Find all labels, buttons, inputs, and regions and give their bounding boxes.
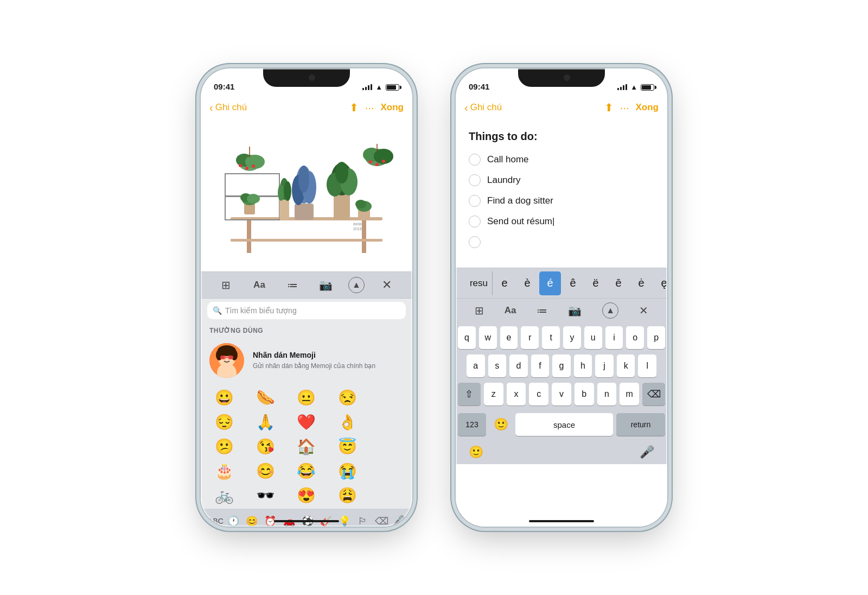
char-e-uml[interactable]: ë <box>585 271 607 295</box>
kb-mic-icon[interactable]: 🎤 <box>640 445 654 459</box>
emoji-7[interactable]: 🙏 <box>246 411 285 433</box>
phone1-more-icon[interactable]: ··· <box>365 102 374 114</box>
char-e-ogon[interactable]: ę <box>653 271 667 295</box>
key-f[interactable]: f <box>531 355 550 377</box>
phone1-list-icon[interactable]: ≔ <box>282 274 303 296</box>
phone1-cat-transport[interactable]: 🚗 <box>280 512 298 527</box>
key-r[interactable]: r <box>521 326 539 349</box>
key-k[interactable]: k <box>617 355 635 377</box>
key-g[interactable]: g <box>552 355 571 377</box>
checklist-item-1[interactable]: Call home <box>469 154 654 166</box>
emoji-13[interactable]: 🏠 <box>287 435 326 458</box>
phone2-arrow-icon[interactable]: ▲ <box>602 302 618 319</box>
emoji-1[interactable]: 😀 <box>205 387 244 409</box>
phone1-font-icon[interactable]: Aa <box>248 274 270 296</box>
key-v[interactable]: v <box>552 383 571 406</box>
key-o[interactable]: o <box>626 326 644 349</box>
phone1-camera-icon[interactable]: 📷 <box>315 274 337 296</box>
key-q[interactable]: q <box>458 326 476 349</box>
key-m[interactable]: m <box>620 383 639 406</box>
phone2-more-icon[interactable]: ··· <box>620 102 629 114</box>
key-h[interactable]: h <box>574 355 592 377</box>
emoji-9[interactable]: 👌 <box>328 411 367 433</box>
emoji-24[interactable]: 😩 <box>328 484 367 507</box>
key-e[interactable]: e <box>500 326 518 349</box>
phone2-camera-icon[interactable]: 📷 <box>568 304 582 317</box>
phone2-table-icon[interactable]: ⊞ <box>475 304 484 317</box>
char-e-dot[interactable]: ė <box>630 271 652 295</box>
key-p[interactable]: p <box>647 326 665 349</box>
emoji-23[interactable]: 😍 <box>287 484 326 507</box>
key-n[interactable]: n <box>597 383 617 406</box>
emoji-14[interactable]: 😇 <box>328 435 367 458</box>
check-circle-3[interactable] <box>469 195 481 207</box>
emoji-17[interactable]: 😊 <box>246 460 285 482</box>
key-shift[interactable]: ⇧ <box>458 383 481 406</box>
phone1-cat-flags[interactable]: 🏳 <box>354 512 372 527</box>
emoji-12[interactable]: 😘 <box>246 435 285 458</box>
char-e-circ[interactable]: ê <box>562 271 584 295</box>
emoji-4[interactable]: 😒 <box>328 387 367 409</box>
phone2-xong-button[interactable]: Xong <box>636 102 659 113</box>
emoji-16[interactable]: 🎂 <box>205 460 244 482</box>
check-circle-4[interactable] <box>469 216 481 227</box>
phone1-search-placeholder[interactable]: Tìm kiếm biểu tượng <box>225 306 297 315</box>
phone1-xong-button[interactable]: Xong <box>381 102 404 113</box>
key-t[interactable]: t <box>542 326 560 349</box>
key-a[interactable]: a <box>467 355 485 377</box>
phone2-font-icon[interactable]: Aa <box>505 305 516 316</box>
kb-emoji-face-icon[interactable]: 🙂 <box>469 445 483 459</box>
phone2-close-icon[interactable]: ✕ <box>639 304 648 317</box>
emoji-3[interactable]: 😐 <box>287 387 326 409</box>
key-space[interactable]: space <box>515 413 613 436</box>
emoji-2[interactable]: 🌭 <box>246 387 285 409</box>
phone1-cat-sports[interactable]: ⚽ <box>299 512 316 527</box>
key-return[interactable]: return <box>616 413 665 436</box>
check-circle-2[interactable] <box>469 174 481 186</box>
checklist-item-5[interactable] <box>469 236 654 248</box>
key-d[interactable]: d <box>509 355 528 377</box>
key-x[interactable]: x <box>507 383 526 406</box>
char-e-mac[interactable]: ē <box>608 271 629 295</box>
phone2-list-icon[interactable]: ≔ <box>537 304 547 317</box>
phone1-arrow-icon[interactable]: ▲ <box>348 277 365 293</box>
emoji-22[interactable]: 🕶️ <box>246 484 285 507</box>
key-emoji-icon[interactable]: 🙂 <box>489 413 512 436</box>
key-delete[interactable]: ⌫ <box>642 383 665 406</box>
phone1-share-icon[interactable]: ⬆ <box>349 101 359 114</box>
check-circle-5[interactable] <box>469 236 481 248</box>
key-w[interactable]: w <box>479 326 497 349</box>
phone1-cat-smiley[interactable]: 😊 <box>243 512 260 527</box>
emoji-8[interactable]: ❤️ <box>287 411 326 433</box>
char-e[interactable]: e <box>494 271 515 295</box>
checklist-item-2[interactable]: Laundry <box>469 174 654 186</box>
checklist-item-3[interactable]: Find a dog sitter <box>469 195 654 207</box>
key-numbers[interactable]: 123 <box>458 413 486 436</box>
phone1-table-icon[interactable]: ⊞ <box>215 274 237 296</box>
phone1-cat-objects[interactable]: 🎸 <box>317 512 335 527</box>
phone1-mic-icon[interactable]: 🎤 <box>392 515 405 527</box>
phone1-back-button[interactable]: ‹ Ghi chú <box>209 102 247 114</box>
checklist-item-4[interactable]: Send out résum <box>469 216 654 227</box>
phone1-cat-delete[interactable]: ⌫ <box>373 512 391 527</box>
emoji-19[interactable]: 😭 <box>328 460 367 482</box>
emoji-11[interactable]: 😕 <box>205 435 244 458</box>
phone1-memoji-section[interactable]: Nhãn dán Memoji Gửi nhãn dán bằng Memoji… <box>201 337 412 384</box>
key-l[interactable]: l <box>638 355 656 377</box>
check-circle-1[interactable] <box>469 154 481 166</box>
phone1-cat-recent[interactable]: 🕐 <box>225 512 242 527</box>
emoji-21[interactable]: 🚲 <box>205 484 244 507</box>
key-y[interactable]: y <box>563 326 581 349</box>
key-z[interactable]: z <box>484 383 503 406</box>
key-s[interactable]: s <box>488 355 507 377</box>
phone1-close-icon[interactable]: ✕ <box>376 274 398 296</box>
phone1-cat-symbols[interactable]: 💡 <box>336 512 353 527</box>
key-u[interactable]: u <box>584 326 602 349</box>
emoji-6[interactable]: 😔 <box>205 411 244 433</box>
phone2-share-icon[interactable]: ⬆ <box>604 101 614 114</box>
key-i[interactable]: i <box>605 326 623 349</box>
phone2-back-button[interactable]: ‹ Ghi chú <box>464 102 502 114</box>
key-b[interactable]: b <box>575 383 594 406</box>
char-e-grave[interactable]: è <box>516 271 538 295</box>
key-c[interactable]: c <box>529 383 548 406</box>
